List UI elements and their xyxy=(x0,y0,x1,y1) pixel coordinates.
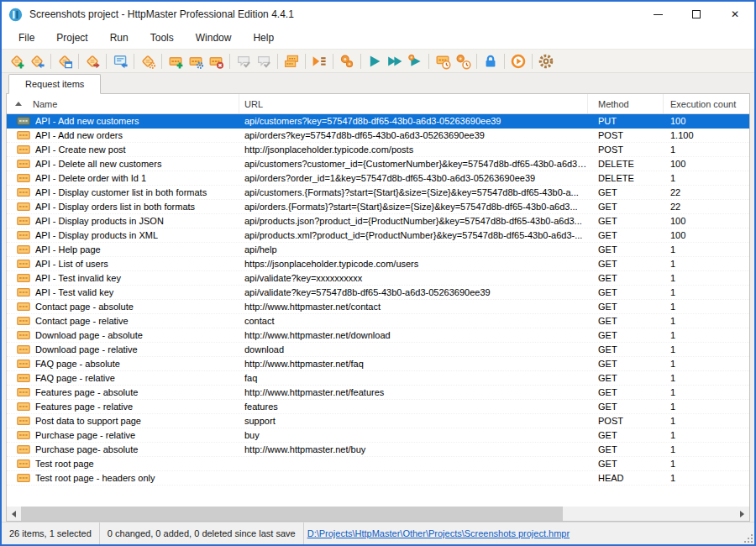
table-row[interactable]: API - Add new ordersapi/orders?key=57547… xyxy=(7,129,749,143)
execute-item-icon xyxy=(366,53,383,70)
minimize-button[interactable] xyxy=(638,2,677,27)
table-row[interactable]: API - List of usershttps://jsonplacehold… xyxy=(7,257,749,271)
request-item-icon xyxy=(7,428,35,442)
scroll-left-button[interactable] xyxy=(7,507,21,521)
export-request-item-button[interactable] xyxy=(82,51,102,71)
application-options-button[interactable] xyxy=(536,51,556,71)
column-header-method[interactable]: Method xyxy=(588,94,664,113)
validate-response-icon xyxy=(235,53,252,70)
cell-method: HEAD xyxy=(588,473,664,483)
cell-name: FAQ page - relative xyxy=(35,373,239,383)
table-row[interactable]: Features page - absolutehttp://www.httpm… xyxy=(7,386,749,400)
column-header-execution-count[interactable]: Execution count xyxy=(664,94,749,113)
cell-url: api/validate?key=xxxxxxxxxx xyxy=(239,273,588,283)
toolbar-separator xyxy=(106,54,107,69)
cell-execution-count: 1 xyxy=(664,430,749,440)
parameter-values-button[interactable] xyxy=(337,51,357,71)
column-header-name[interactable]: Name xyxy=(7,94,239,113)
table-row[interactable]: Post data to support pagesupportPOST1 xyxy=(7,414,749,428)
project-file-link[interactable]: D:\Projects\HttpMaster\Other\Projects\Sc… xyxy=(307,528,570,538)
table-row[interactable]: API - Delete all new customersapi/custom… xyxy=(7,157,749,171)
table-row[interactable]: API - Display products in JSONapi/produc… xyxy=(7,214,749,228)
table-row[interactable]: FAQ page - relativefaqGET1 xyxy=(7,371,749,386)
table-row[interactable]: API - Test invalid keyapi/validate?key=x… xyxy=(7,271,749,286)
cell-method: GET xyxy=(588,459,664,469)
request-item-data-button[interactable] xyxy=(55,51,75,71)
export-request-item-icon xyxy=(84,53,101,70)
resize-grip-icon[interactable] xyxy=(743,533,753,543)
table-row[interactable]: Features page - relativefeaturesGET1 xyxy=(7,400,749,414)
cell-method: POST xyxy=(588,130,664,140)
close-button[interactable]: ✕ xyxy=(716,2,754,27)
import-request-item-button[interactable] xyxy=(27,51,47,71)
table-row[interactable]: API - Display products in XMLapi/product… xyxy=(7,228,749,243)
table-row[interactable]: API - Create new posthttp://jsonplacehol… xyxy=(7,143,749,157)
table-row[interactable]: API - Delete order with Id 1api/orders?o… xyxy=(7,171,749,186)
close-icon: ✕ xyxy=(731,8,739,20)
table-row[interactable]: Test root pageGET1 xyxy=(7,457,749,471)
item-execution-history-button[interactable] xyxy=(433,51,453,71)
cell-url: contact xyxy=(239,316,588,326)
table-row[interactable]: API - Display orders list in both format… xyxy=(7,200,749,214)
menu-item-window[interactable]: Window xyxy=(185,27,243,49)
cell-url: features xyxy=(239,402,588,412)
scrollbar-thumb[interactable] xyxy=(21,507,563,521)
table-row[interactable]: Download page - relativedownloadGET1 xyxy=(7,343,749,357)
menu-item-run[interactable]: Run xyxy=(99,27,139,49)
table-row[interactable]: Purchase page - relativebuyGET1 xyxy=(7,428,749,443)
new-request-item-button[interactable] xyxy=(7,51,27,71)
table-row[interactable]: API - Add new customersapi/customers?key… xyxy=(7,114,749,129)
cell-name: API - List of users xyxy=(35,259,239,269)
column-header-url[interactable]: URL xyxy=(239,94,588,113)
menu-item-project[interactable]: Project xyxy=(45,27,98,49)
request-chaining-button[interactable] xyxy=(110,51,130,71)
maximize-button[interactable] xyxy=(677,2,716,27)
request-item-icon xyxy=(7,400,35,413)
parameter-history-button[interactable] xyxy=(453,51,473,71)
toolbar-separator xyxy=(229,54,230,69)
table-row[interactable]: Test root page - headers onlyHEAD1 xyxy=(7,471,749,486)
request-item-icon xyxy=(7,129,35,142)
execute-all-items-button[interactable] xyxy=(385,51,405,71)
table-row[interactable]: FAQ page - absolutehttp://www.httpmaster… xyxy=(7,357,749,371)
table-row[interactable]: API - Help pageapi/helpGET1 xyxy=(7,243,749,257)
table-row[interactable]: Purchase page- absolutehttp://www.httpma… xyxy=(7,443,749,457)
table-row[interactable]: API - Display customer list in both form… xyxy=(7,186,749,200)
validate-response-button[interactable] xyxy=(234,51,254,71)
tab-request-items[interactable]: Request items xyxy=(8,74,101,94)
add-request-item-button[interactable] xyxy=(165,51,186,71)
request-item-icon xyxy=(7,157,35,171)
scroll-right-button[interactable] xyxy=(735,507,749,521)
project-properties-button[interactable] xyxy=(138,51,158,71)
cell-execution-count: 1 xyxy=(664,402,749,412)
table-row[interactable]: Download page - absolutehttp://www.httpm… xyxy=(7,328,749,343)
cell-method: GET xyxy=(588,287,664,297)
run-monitor-button[interactable] xyxy=(508,51,528,71)
menu-item-help[interactable]: Help xyxy=(242,27,285,49)
cell-name: API - Add new customers xyxy=(35,116,239,126)
delete-request-item-button[interactable] xyxy=(206,51,226,71)
cell-execution-count: 1 xyxy=(664,259,749,269)
execute-selected-items-button[interactable] xyxy=(405,51,425,71)
validate-all-responses-button[interactable] xyxy=(254,51,274,71)
request-item-icon xyxy=(7,328,35,342)
cell-execution-count: 1 xyxy=(664,144,749,155)
cell-method: GET xyxy=(588,302,664,312)
request-item-icon xyxy=(7,314,35,328)
group-request-items-button[interactable] xyxy=(281,51,302,71)
edit-request-item-button[interactable] xyxy=(186,51,206,71)
horizontal-scrollbar[interactable] xyxy=(7,507,749,521)
execute-item-button[interactable] xyxy=(365,51,385,71)
execution-queue-button[interactable] xyxy=(309,51,329,71)
request-chaining-icon xyxy=(112,53,129,70)
security-settings-button[interactable] xyxy=(480,51,501,71)
table-row[interactable]: API - Test valid keyapi/validate?key=575… xyxy=(7,286,749,300)
toolbar-separator xyxy=(532,54,533,69)
table-row[interactable]: Contact page - relativecontactGET1 xyxy=(7,314,749,328)
cell-url: http://www.httpmaster.net/download xyxy=(239,330,588,340)
menu-item-file[interactable]: File xyxy=(8,27,45,49)
table-row[interactable]: Contact page - absolutehttp://www.httpma… xyxy=(7,300,749,314)
menu-item-tools[interactable]: Tools xyxy=(139,27,185,49)
sort-ascending-icon xyxy=(15,102,22,106)
cell-execution-count: 1 xyxy=(664,344,749,354)
